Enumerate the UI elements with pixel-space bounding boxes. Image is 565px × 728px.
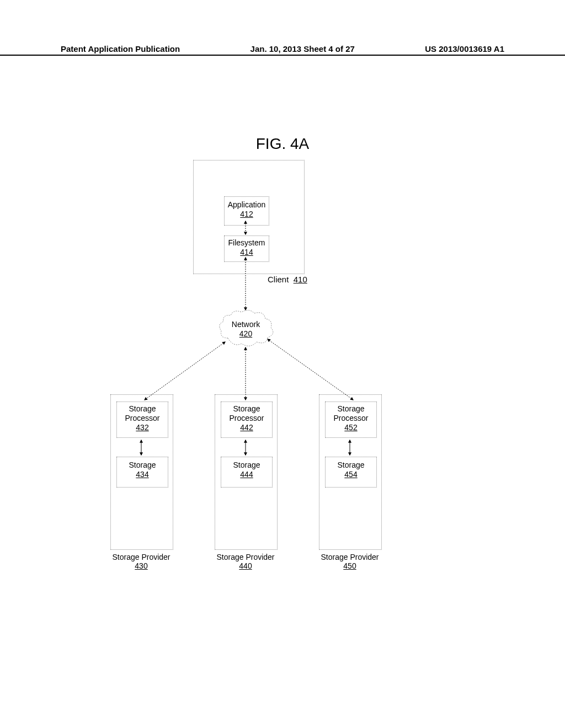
- client-box: Application 412 Filesystem 414: [193, 160, 305, 274]
- storage-ref-2: 454: [344, 470, 357, 479]
- diagram: Application 412 Filesystem 414 Client 41…: [0, 154, 565, 596]
- filesystem-ref: 414: [240, 248, 253, 256]
- storage-ref-1: 444: [240, 470, 253, 479]
- application-ref: 412: [240, 210, 253, 218]
- storage-label-2: Storage: [337, 461, 364, 469]
- storage-box-2: Storage 454: [325, 457, 377, 488]
- processor-box-2: Storage Processor 452: [325, 402, 377, 438]
- client-label-text: Client: [268, 275, 289, 284]
- processor-label-1: Storage Processor: [229, 404, 264, 422]
- provider-box-2: Storage Processor 452 Storage 454: [319, 394, 382, 550]
- network-ref: 420: [239, 329, 252, 338]
- provider-label-2: Storage Provider 450: [308, 553, 391, 570]
- storage-label-0: Storage: [129, 461, 156, 469]
- header-right: US 2013/0013619 A1: [425, 44, 504, 53]
- client-label: Client 410: [268, 275, 307, 284]
- network-label: Network: [232, 320, 260, 329]
- provider-ref-2: 450: [343, 561, 356, 570]
- provider-ref-0: 430: [135, 561, 147, 570]
- figure-title: FIG. 4A: [0, 135, 565, 153]
- provider-label-text-1: Storage Provider: [216, 553, 274, 561]
- provider-box-1: Storage Processor 442 Storage 444: [215, 394, 278, 550]
- application-box: Application 412: [224, 196, 269, 226]
- processor-ref-0: 432: [136, 423, 148, 432]
- header-left: Patent Application Publication: [61, 44, 180, 53]
- filesystem-box: Filesystem 414: [224, 235, 269, 262]
- processor-label-2: Storage Processor: [333, 404, 368, 422]
- filesystem-label: Filesystem: [228, 238, 265, 247]
- storage-box-0: Storage 434: [116, 457, 168, 488]
- svg-line-2: [145, 342, 225, 400]
- storage-box-1: Storage 444: [221, 457, 273, 488]
- provider-label-0: Storage Provider 430: [100, 553, 183, 570]
- processor-label-0: Storage Processor: [125, 404, 159, 422]
- storage-ref-0: 434: [136, 470, 148, 479]
- page-header: Patent Application Publication Jan. 10, …: [0, 44, 565, 56]
- client-ref: 410: [294, 275, 307, 284]
- svg-line-4: [268, 339, 353, 400]
- provider-label-text-2: Storage Provider: [321, 553, 379, 561]
- provider-ref-1: 440: [239, 561, 252, 570]
- header-center: Jan. 10, 2013 Sheet 4 of 27: [250, 44, 355, 53]
- processor-box-0: Storage Processor 432: [116, 402, 168, 438]
- processor-ref-2: 452: [344, 423, 357, 432]
- application-label: Application: [228, 200, 266, 209]
- network-cloud: Network 420: [217, 308, 275, 349]
- processor-box-1: Storage Processor 442: [221, 402, 273, 438]
- provider-box-0: Storage Processor 432 Storage 434: [110, 394, 173, 550]
- provider-label-1: Storage Provider 440: [204, 553, 287, 570]
- storage-label-1: Storage: [233, 461, 260, 469]
- provider-label-text-0: Storage Provider: [112, 553, 170, 561]
- processor-ref-1: 442: [240, 423, 253, 432]
